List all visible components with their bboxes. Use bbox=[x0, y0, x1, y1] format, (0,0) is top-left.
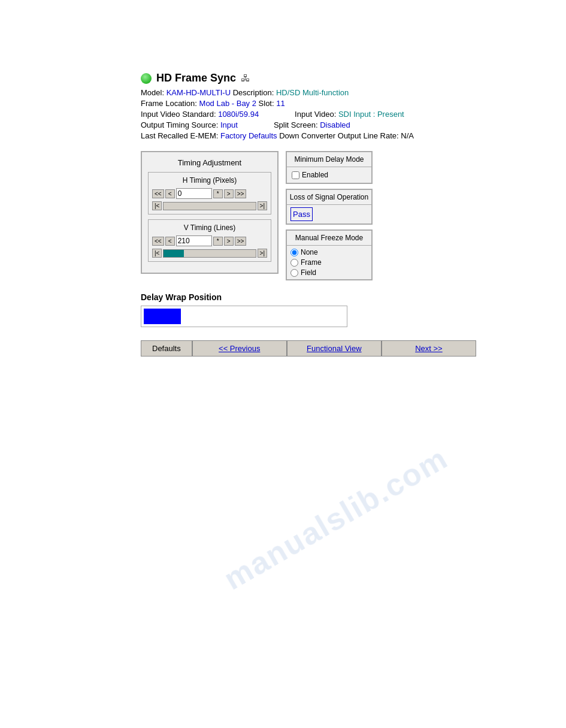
manual-freeze-title: Manual Freeze Mode bbox=[287, 231, 371, 246]
frame-location-line: Frame Location: Mod Lab - Bay 2 Slot: 11 bbox=[141, 99, 566, 108]
header-section: HD Frame Sync 🖧 Model: KAM-HD-MULTI-U De… bbox=[141, 72, 566, 140]
status-indicator bbox=[141, 73, 152, 84]
loss-of-signal-title: Loss of Signal Operation bbox=[287, 190, 371, 205]
slot-value: 11 bbox=[276, 99, 284, 108]
functional-view-button[interactable]: Functional View bbox=[287, 340, 382, 357]
model-label: Model: bbox=[141, 88, 164, 97]
freeze-frame-row: Frame bbox=[290, 258, 368, 267]
delay-wrap-bar bbox=[141, 306, 347, 327]
input-video-value: SDI Input : Present bbox=[338, 110, 404, 119]
recalled-mem-line: Last Recalled E-MEM: Factory Defaults Do… bbox=[141, 131, 566, 140]
description-label: Description: bbox=[233, 88, 274, 97]
v-timing-label: V Timing (Lines) bbox=[152, 223, 267, 232]
minimum-delay-checkbox[interactable] bbox=[292, 171, 299, 179]
h-rewind-button[interactable]: << bbox=[152, 189, 164, 198]
v-timing-panel: V Timing (Lines) << < * > >> |< >| bbox=[148, 219, 271, 262]
delay-wrap-title: Delay Wrap Position bbox=[141, 292, 566, 302]
h-timing-panel: H Timing (Pixels) << < * > >> |< >| bbox=[148, 172, 271, 215]
v-prev-button[interactable]: < bbox=[165, 237, 175, 246]
frame-location-label: Frame Location: bbox=[141, 99, 197, 108]
v-forward-button[interactable]: >> bbox=[235, 237, 247, 246]
h-prev-button[interactable]: < bbox=[165, 189, 175, 198]
freeze-field-label: Field bbox=[301, 268, 316, 277]
description-value: HD/SD Multi-function bbox=[276, 88, 349, 97]
h-forward-button[interactable]: >> bbox=[235, 189, 247, 198]
v-next-button[interactable]: > bbox=[224, 237, 234, 246]
frame-location-value: Mod Lab - Bay 2 bbox=[199, 99, 256, 108]
defaults-button[interactable]: Defaults bbox=[141, 340, 192, 357]
minimum-delay-panel: Minimum Delay Mode Enabled bbox=[286, 151, 373, 184]
freeze-none-row: None bbox=[290, 248, 368, 256]
freeze-field-row: Field bbox=[290, 268, 368, 277]
v-star-button[interactable]: * bbox=[213, 237, 223, 246]
v-timing-track bbox=[163, 249, 256, 258]
network-icon: 🖧 bbox=[241, 73, 250, 84]
h-timing-label: H Timing (Pixels) bbox=[152, 176, 267, 185]
loss-of-signal-panel: Loss of Signal Operation Pass bbox=[286, 189, 373, 225]
freeze-field-radio[interactable] bbox=[290, 269, 298, 277]
h-next-button[interactable]: > bbox=[224, 189, 234, 198]
v-rewind-button[interactable]: << bbox=[152, 237, 164, 246]
split-screen-label: Split Screen: bbox=[274, 120, 318, 129]
v-start-button[interactable]: |< bbox=[152, 249, 162, 258]
minimum-delay-title: Minimum Delay Mode bbox=[287, 152, 371, 167]
h-timing-track bbox=[163, 202, 256, 210]
timing-source-line: Output Timing Source: Input Split Screen… bbox=[141, 120, 566, 129]
v-timing-input[interactable] bbox=[176, 235, 212, 246]
h-start-button[interactable]: |< bbox=[152, 201, 162, 210]
h-star-button[interactable]: * bbox=[213, 189, 223, 198]
panels-row: Timing Adjustment H Timing (Pixels) << <… bbox=[141, 151, 566, 280]
timing-panel-title: Timing Adjustment bbox=[148, 158, 271, 167]
slot-label: Slot: bbox=[259, 99, 274, 108]
freeze-frame-label: Frame bbox=[301, 258, 322, 267]
split-screen-value: Disabled bbox=[320, 120, 350, 129]
h-end-button[interactable]: >| bbox=[258, 201, 267, 210]
model-value: KAM-HD-MULTI-U bbox=[167, 88, 231, 97]
video-standard-line: Input Video Standard: 1080i/59.94 Input … bbox=[141, 110, 566, 119]
right-panels: Minimum Delay Mode Enabled Loss of Signa… bbox=[286, 151, 373, 280]
input-video-standard-label: Input Video Standard: bbox=[141, 110, 216, 119]
timing-adjustment-panel: Timing Adjustment H Timing (Pixels) << <… bbox=[141, 151, 279, 274]
watermark: manualslib.com bbox=[217, 440, 454, 597]
manual-freeze-panel: Manual Freeze Mode None Frame Field bbox=[286, 229, 373, 280]
h-timing-input[interactable] bbox=[176, 188, 212, 199]
manual-freeze-options: None Frame Field bbox=[287, 246, 371, 279]
v-end-button[interactable]: >| bbox=[258, 249, 267, 258]
freeze-none-label: None bbox=[301, 248, 318, 256]
freeze-frame-radio[interactable] bbox=[290, 259, 298, 267]
pass-button[interactable]: Pass bbox=[290, 207, 313, 221]
delay-wrap-fill bbox=[144, 309, 181, 324]
delay-wrap-section: Delay Wrap Position bbox=[141, 292, 566, 327]
output-timing-label: Output Timing Source: bbox=[141, 120, 218, 129]
model-line: Model: KAM-HD-MULTI-U Description: HD/SD… bbox=[141, 88, 566, 97]
next-button[interactable]: Next >> bbox=[382, 340, 476, 357]
input-video-standard-value: 1080i/59.94 bbox=[218, 110, 259, 119]
last-recalled-label: Last Recalled E-MEM: bbox=[141, 131, 218, 140]
down-converter-label: Down Converter Output Line Rate: bbox=[279, 131, 398, 140]
minimum-delay-label: Enabled bbox=[302, 171, 328, 179]
freeze-none-radio[interactable] bbox=[290, 249, 298, 256]
last-recalled-value: Factory Defaults bbox=[220, 131, 277, 140]
previous-button[interactable]: << Previous bbox=[192, 340, 287, 357]
footer-buttons: Defaults << Previous Functional View Nex… bbox=[141, 340, 476, 357]
output-timing-value: Input bbox=[220, 120, 238, 129]
down-converter-value: N/A bbox=[401, 131, 414, 140]
input-video-label: Input Video: bbox=[295, 110, 336, 119]
v-timing-fill bbox=[164, 250, 184, 257]
page-title: HD Frame Sync bbox=[156, 72, 236, 84]
